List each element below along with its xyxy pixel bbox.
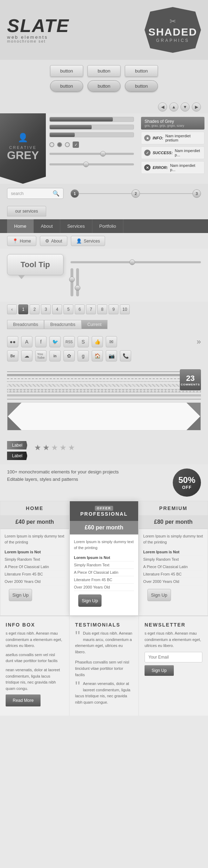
social-flickr[interactable]: ●● xyxy=(7,336,18,347)
vertical-thumb-1[interactable] xyxy=(69,277,75,282)
page-3[interactable]: 3 xyxy=(41,304,51,314)
step-1[interactable]: 1 xyxy=(71,189,79,198)
shades-title: Shades of Grey xyxy=(145,119,201,124)
labels-section: Label Label ★ ★ ★ ★ ★ xyxy=(0,437,208,464)
arrow-left[interactable]: ◀ xyxy=(158,102,167,112)
read-more-button[interactable]: Read More xyxy=(6,694,41,706)
horizontal-thumb[interactable] xyxy=(129,259,135,265)
page-8[interactable]: 8 xyxy=(97,304,107,314)
page-9[interactable]: 9 xyxy=(109,304,118,314)
nav-portfolio[interactable]: Portfolio xyxy=(92,219,124,233)
breadcrumb-2[interactable]: Breadcrumbs xyxy=(44,320,81,329)
nav-about[interactable]: About xyxy=(34,219,60,233)
search-icon[interactable]: 🔍 xyxy=(53,190,60,197)
step-2[interactable]: 2 xyxy=(131,189,140,198)
social-twitter[interactable]: 🐦 xyxy=(49,336,61,347)
page-5[interactable]: 5 xyxy=(63,304,73,314)
step-line-2 xyxy=(140,193,192,194)
checkbox-1[interactable]: ✓ xyxy=(73,141,79,148)
social-like[interactable]: 👍 xyxy=(92,336,103,347)
social-facebook[interactable]: f xyxy=(35,336,47,347)
page-10[interactable]: 10 xyxy=(120,304,130,314)
divider-solid xyxy=(7,371,201,372)
tooltip-section: Tool Tip xyxy=(0,249,208,302)
pricing-pro-body: Lorem Ipsum is simply dummy text of the … xyxy=(70,535,139,615)
social-home[interactable]: 🏠 xyxy=(92,350,103,361)
search-placeholder: search xyxy=(11,191,50,196)
radio-2[interactable] xyxy=(57,142,62,147)
social-flower[interactable]: ✿ xyxy=(63,350,75,361)
description-text: 100+ monochromatic elements for your des… xyxy=(7,468,119,483)
arrow-right[interactable]: ▶ xyxy=(192,102,201,112)
vertical-thumb-2[interactable] xyxy=(75,285,80,291)
breadcrumb-1[interactable]: Breadcrumbs xyxy=(7,320,44,329)
nav-home[interactable]: Home xyxy=(7,219,34,233)
scissors-icon: ✂ xyxy=(170,17,176,26)
star-4[interactable]: ★ xyxy=(60,443,67,452)
newsletter-input[interactable] xyxy=(145,652,202,662)
pricing-premium-f1: Simply Random Text xyxy=(143,556,203,563)
radio-1[interactable] xyxy=(49,142,54,147)
icon-nav-about[interactable]: ⚙ About xyxy=(40,236,67,246)
star-5[interactable]: ★ xyxy=(68,443,75,452)
progress-fill-3 xyxy=(50,133,75,137)
button-6[interactable]: button xyxy=(125,80,158,92)
social-youtube[interactable]: YouTube xyxy=(35,350,47,361)
button-5[interactable]: button xyxy=(87,80,121,92)
arrow-down[interactable]: ▼ xyxy=(181,102,190,112)
testimonial-text-3: Aenean venenatis, dolor at laoreet condi… xyxy=(75,681,130,704)
social-rss[interactable]: RSS xyxy=(63,336,75,347)
signup-button[interactable]: Sign Up xyxy=(145,665,174,676)
shaded-title: SHADED xyxy=(148,26,197,38)
button-3[interactable]: button xyxy=(125,65,158,77)
button-4[interactable]: button xyxy=(50,80,83,92)
arrow-up[interactable]: ▲ xyxy=(169,102,178,112)
button-1[interactable]: button xyxy=(50,65,83,77)
social-phone[interactable]: 📞 xyxy=(120,350,131,361)
star-1[interactable]: ★ xyxy=(34,443,41,452)
social-font[interactable]: A xyxy=(21,336,32,347)
pricing-pro-btn[interactable]: Sign Up xyxy=(78,595,102,607)
radio-3[interactable] xyxy=(65,142,70,147)
page-6[interactable]: 6 xyxy=(75,304,85,314)
social-cloud[interactable]: ☁ xyxy=(21,350,32,361)
page-2[interactable]: 2 xyxy=(30,304,39,314)
star-3[interactable]: ★ xyxy=(51,443,58,452)
arrow-double-right[interactable]: » xyxy=(197,337,201,346)
success-label: SUCCESS: xyxy=(153,151,173,155)
folded-box-1 xyxy=(7,402,201,430)
slider-thumb-2[interactable] xyxy=(83,162,89,167)
nav-services[interactable]: Services xyxy=(60,219,92,233)
progress-fill-1 xyxy=(50,117,113,121)
error-text: Nam imperdiet p... xyxy=(170,163,201,172)
icon-nav-services[interactable]: 👤 Services xyxy=(71,236,105,246)
testimonial-text-1: Duis eget risus nibh. Aenean mauris arcu… xyxy=(75,631,132,654)
slate-logo: SLATE web elements monochrome set xyxy=(7,17,69,43)
testimonial-2-text: Phasellus convallis sem vel nisl tincidu… xyxy=(75,659,133,678)
pricing-home-desc: Lorem Ipsum is simply dummy text of the … xyxy=(5,533,65,545)
social-skype[interactable]: S xyxy=(78,336,89,347)
pricing-home-btn[interactable]: Sign Up xyxy=(9,589,32,601)
pricing-premium-btn[interactable]: Sign Up xyxy=(147,589,171,601)
horizontal-slider xyxy=(71,261,201,263)
slider-thumb[interactable] xyxy=(100,151,106,157)
divider-dotted xyxy=(7,381,201,382)
button-2[interactable]: button xyxy=(87,65,121,77)
page-prev[interactable]: ‹ xyxy=(7,304,17,314)
comments-badge: 23 COMMENTS xyxy=(180,369,201,390)
pricing-premium-f0: Lorem Ipsum is Not xyxy=(143,548,203,556)
social-behance[interactable]: Be xyxy=(7,350,18,361)
step-3[interactable]: 3 xyxy=(192,189,201,198)
social-email[interactable]: ✉ xyxy=(106,336,117,347)
services-tab[interactable]: our services xyxy=(7,206,46,216)
star-2[interactable]: ★ xyxy=(43,443,50,452)
social-g[interactable]: g xyxy=(78,350,89,361)
page-7[interactable]: 7 xyxy=(86,304,96,314)
shaded-subtitle: GRAPHICS xyxy=(156,38,190,43)
social-linkedin[interactable]: in xyxy=(49,350,61,361)
social-camera[interactable]: 📷 xyxy=(106,350,117,361)
page-4[interactable]: 4 xyxy=(52,304,62,314)
page-1[interactable]: 1 xyxy=(18,304,28,314)
comments-badge-wrapper: 23 COMMENTS xyxy=(180,369,201,394)
icon-nav-home[interactable]: 📍 Home xyxy=(7,236,36,246)
